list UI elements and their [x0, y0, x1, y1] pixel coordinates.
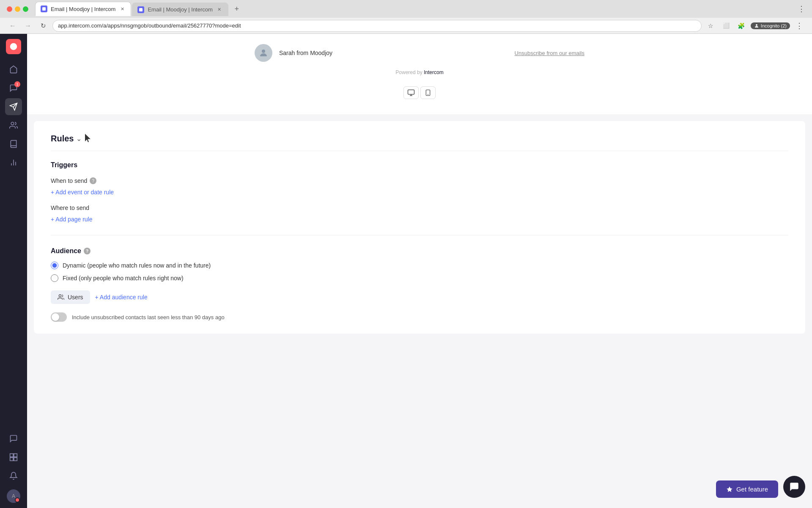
when-to-send-block: When to send ? + Add event or date rule: [51, 177, 788, 196]
back-button[interactable]: ←: [7, 20, 19, 32]
where-to-send-label: Where to send: [51, 204, 788, 211]
include-unsub-row: Include unsubscribed contacts last seen …: [51, 312, 788, 322]
fixed-audience-option[interactable]: Fixed (only people who match rules right…: [51, 274, 788, 282]
incognito-badge: Incognito (2): [751, 22, 790, 29]
toggle-knob: [52, 313, 59, 321]
svg-point-20: [59, 295, 61, 297]
browser-menu-icon[interactable]: ⋮: [798, 4, 805, 14]
rules-header: Rules ⌄: [51, 133, 788, 151]
cursor-indicator: [85, 134, 92, 145]
dynamic-audience-option[interactable]: Dynamic (people who match rules now and …: [51, 262, 788, 269]
browser-more-icon[interactable]: ⋮: [793, 20, 805, 32]
maximize-traffic-light[interactable]: [23, 6, 28, 12]
sidebar-item-messages[interactable]: 1: [5, 80, 22, 97]
tab-close-btn-2[interactable]: ✕: [216, 6, 223, 13]
view-toggle-group: [44, 86, 795, 99]
rules-section: Rules ⌄ Triggers When to send ? + Add ev…: [34, 121, 805, 334]
audience-radio-group: Dynamic (people who match rules now and …: [51, 262, 788, 282]
svg-rect-15: [408, 90, 414, 94]
dynamic-radio[interactable]: [51, 262, 58, 269]
include-unsub-label: Include unsubscribed contacts last seen …: [72, 314, 225, 320]
sender-avatar: [255, 44, 272, 62]
triggers-title: Triggers: [51, 161, 788, 169]
when-to-send-label: When to send ?: [51, 177, 788, 184]
browser-tab-active[interactable]: Email | Moodjoy | Intercom ✕: [35, 2, 131, 16]
messages-badge: 1: [14, 81, 20, 87]
browser-nav-bar: ← → ↻ app.intercom.com/a/apps/nnsgmgob/o…: [0, 18, 812, 34]
sidebar-item-apps[interactable]: [5, 449, 22, 466]
get-feature-label: Get feature: [736, 486, 768, 493]
sidebar-item-contacts[interactable]: [5, 117, 22, 134]
get-feature-button[interactable]: Get feature: [716, 480, 778, 498]
add-event-date-rule-link[interactable]: + Add event or date rule: [51, 189, 114, 196]
chat-button[interactable]: [783, 476, 805, 498]
audience-help-icon[interactable]: ?: [84, 248, 91, 254]
svg-point-14: [262, 50, 265, 53]
sidebar-item-home[interactable]: [5, 61, 22, 78]
rules-title: Rules: [51, 134, 74, 144]
fixed-radio[interactable]: [51, 274, 58, 282]
include-unsub-toggle[interactable]: [51, 312, 67, 322]
svg-rect-12: [10, 458, 14, 461]
email-preview-content: Sarah from Moodjoy Unsubscribe from our …: [44, 34, 795, 83]
new-tab-button[interactable]: +: [231, 3, 243, 15]
tab-favicon-2: [137, 6, 144, 13]
tab-close-btn[interactable]: ✕: [119, 6, 126, 12]
svg-rect-10: [10, 454, 14, 457]
forward-button[interactable]: →: [22, 20, 34, 32]
svg-rect-13: [14, 458, 17, 461]
add-audience-rule-link[interactable]: + Add audience rule: [95, 294, 148, 301]
sidebar-item-notifications[interactable]: [5, 467, 22, 484]
unsubscribe-link[interactable]: Unsubscribe from our emails: [515, 50, 584, 56]
svg-point-2: [756, 24, 757, 26]
star-icon: [726, 486, 733, 493]
minimize-traffic-light[interactable]: [15, 6, 20, 12]
tab-title-2: Email | Moodjoy | Intercom: [148, 6, 212, 13]
powered-by-brand: Intercom: [424, 69, 444, 75]
svg-rect-1: [139, 8, 143, 11]
where-to-send-block: Where to send + Add page rule: [51, 204, 788, 235]
bookmark-icon[interactable]: ☆: [705, 20, 717, 32]
sidebar-item-outbound[interactable]: [5, 98, 22, 115]
reload-button[interactable]: ↻: [37, 20, 49, 32]
svg-point-6: [11, 122, 14, 125]
sidebar-item-reports[interactable]: [5, 154, 22, 171]
sidebar-item-chat[interactable]: [5, 430, 22, 447]
desktop-view-btn[interactable]: [403, 86, 419, 99]
svg-rect-11: [14, 454, 17, 457]
users-button[interactable]: Users: [51, 290, 90, 304]
when-to-send-help-icon[interactable]: ?: [90, 177, 96, 184]
svg-rect-0: [42, 7, 46, 11]
tab-title: Email | Moodjoy | Intercom: [51, 6, 115, 12]
sender-name: Sarah from Moodjoy: [279, 50, 332, 56]
sidebar-item-knowledge[interactable]: [5, 135, 22, 152]
tab-favicon: [41, 6, 47, 12]
sidebar: 1 A: [0, 34, 27, 508]
browser-chrome: Email | Moodjoy | Intercom ✕ Email | Moo…: [0, 0, 812, 34]
extensions-icon[interactable]: 🧩: [735, 20, 747, 32]
browser-top-bar: Email | Moodjoy | Intercom ✕ Email | Moo…: [0, 0, 812, 18]
cast-icon[interactable]: ⬜: [720, 20, 732, 32]
close-traffic-light[interactable]: [7, 6, 12, 12]
email-sender-row: Sarah from Moodjoy Unsubscribe from our …: [255, 41, 584, 65]
audience-controls: Users + Add audience rule: [51, 290, 788, 304]
tabs-container: Email | Moodjoy | Intercom ✕ Email | Moo…: [35, 2, 794, 16]
traffic-lights: [7, 6, 28, 12]
sidebar-avatar[interactable]: A: [7, 489, 20, 503]
chat-bubble-icon: [789, 481, 800, 492]
address-bar[interactable]: app.intercom.com/a/apps/nnsgmgob/outboun…: [52, 20, 702, 32]
add-page-rule-link[interactable]: + Add page rule: [51, 216, 92, 223]
sidebar-logo[interactable]: [6, 39, 21, 54]
audience-section: Audience ? Dynamic (people who match rul…: [51, 247, 788, 322]
rules-chevron-icon[interactable]: ⌄: [76, 135, 82, 143]
address-text: app.intercom.com/a/apps/nnsgmgob/outboun…: [58, 22, 241, 29]
triggers-section: Triggers When to send ? + Add event or d…: [51, 161, 788, 235]
incognito-label: Incognito (2): [761, 23, 787, 28]
mobile-view-btn[interactable]: [420, 86, 436, 99]
main-content: Sarah from Moodjoy Unsubscribe from our …: [27, 34, 812, 508]
powered-by: Powered by Intercom: [44, 65, 795, 80]
email-preview-area: Sarah from Moodjoy Unsubscribe from our …: [27, 34, 812, 114]
browser-tab-inactive[interactable]: Email | Moodjoy | Intercom ✕: [132, 3, 228, 16]
audience-title: Audience ?: [51, 247, 788, 255]
